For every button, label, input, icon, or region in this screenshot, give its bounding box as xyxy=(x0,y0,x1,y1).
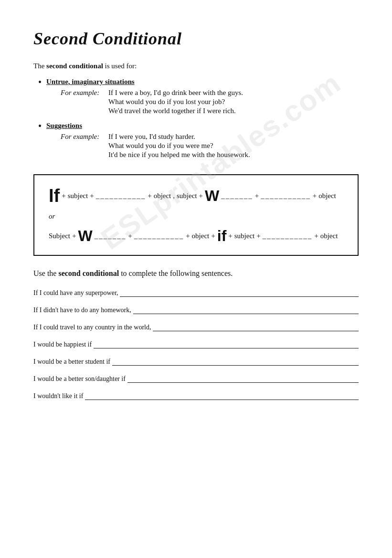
completion-header: Use the second conditional to complete t… xyxy=(33,269,359,278)
formula-r2-object1: object xyxy=(192,232,210,240)
sentence-text-7: I wouldn't like it if xyxy=(33,392,83,400)
formula-plus4: + xyxy=(199,192,203,200)
sentence-text-4: I would be happiest if xyxy=(33,341,92,348)
bullet-title-1: Untrue, imaginary situations xyxy=(46,78,243,86)
sentence-line-3 xyxy=(153,323,359,331)
page-title: Second Conditional xyxy=(33,29,359,49)
sentence-text-5: I would be a better student if xyxy=(33,358,110,366)
bullet-item-2: • Suggestions For example: If I were you… xyxy=(38,122,359,161)
formula-r2-plus4: + xyxy=(211,232,215,240)
formula-r2-object2: object xyxy=(320,232,338,240)
formula-comma: , xyxy=(173,192,175,200)
formula-plus3: + xyxy=(148,192,151,200)
completion-header-bold: second conditional xyxy=(58,269,119,277)
formula-object2: object xyxy=(318,192,336,200)
completion-header-before: Use the xyxy=(33,269,58,277)
formula-r2-blank3: ___________ xyxy=(263,232,313,240)
sentence-line-7 xyxy=(85,391,359,400)
formula-subject3: Subject xyxy=(49,232,70,240)
intro-after: is used for: xyxy=(103,62,137,70)
formula-box: If + subject + ___________ + object , su… xyxy=(33,174,359,256)
formula-plus6: + xyxy=(313,192,317,200)
example-lines-2: If I were you, I'd study harder. What wo… xyxy=(108,133,250,160)
formula-r2-plus3: + xyxy=(186,232,190,240)
formula-plus1: + xyxy=(62,192,65,200)
example-line-1-1: If I were a boy, I'd go drink beer with … xyxy=(108,89,243,97)
sentence-text-6: I would be a better son/daughter if xyxy=(33,375,126,383)
formula-blank3: ___________ xyxy=(261,192,311,200)
sentence-text-3: If I could travel to any country in the … xyxy=(33,324,151,331)
formula-r2-plus5: + xyxy=(228,232,232,240)
sentence-text-2: If I didn't have to do any homework, xyxy=(33,306,131,314)
sentence-item-5: I would be a better student if xyxy=(33,357,359,366)
sentence-item-7: I wouldn't like it if xyxy=(33,391,359,400)
examples-1: For example: If I were a boy, I'd go dri… xyxy=(61,89,243,116)
sentence-line-5 xyxy=(112,357,359,366)
formula-if-lower: if xyxy=(217,228,227,243)
formula-w2: W xyxy=(78,228,92,243)
example-line-2-1: If I were you, I'd study harder. xyxy=(108,133,250,141)
bullet-section: • Untrue, imaginary situations For examp… xyxy=(33,78,359,161)
sentence-item-4: I would be happiest if xyxy=(33,340,359,348)
formula-r2-plus7: + xyxy=(314,232,318,240)
formula-plus5: + xyxy=(255,192,259,200)
formula-plus2: + xyxy=(90,192,94,200)
formula-r2-plus2: + xyxy=(128,232,132,240)
completion-header-after: to complete the following sentences. xyxy=(119,269,233,277)
example-line-1-3: We'd travel the world together if I were… xyxy=(108,107,243,115)
bullet-dot-1: • xyxy=(38,77,42,88)
intro-bold: second conditional xyxy=(46,62,103,70)
example-lines-1: If I were a boy, I'd go drink beer with … xyxy=(108,89,243,116)
sentence-item-2: If I didn't have to do any homework, xyxy=(33,305,359,314)
example-line-1-2: What would you do if you lost your job? xyxy=(108,98,243,106)
formula-r2-subject2: subject xyxy=(234,232,255,240)
example-line-2-2: What would you do if you were me? xyxy=(108,142,250,150)
formula-r2-blank2: ___________ xyxy=(134,232,184,240)
formula-subject1: subject xyxy=(68,192,88,200)
formula-object1: object xyxy=(154,192,171,200)
bullet-dot-2: • xyxy=(38,121,42,132)
intro-before: The xyxy=(33,62,46,70)
bullet-item-1: • Untrue, imaginary situations For examp… xyxy=(38,78,359,117)
formula-row-2: Subject + W _______ + ___________ + obje… xyxy=(49,228,343,243)
formula-if-big: If xyxy=(49,187,60,205)
sentence-text-1: If I could have any superpower, xyxy=(33,289,118,297)
formula-blank1: ___________ xyxy=(96,192,146,200)
sentence-item-1: If I could have any superpower, xyxy=(33,288,359,297)
formula-subject2: subject xyxy=(177,192,197,200)
example-line-2-3: It'd be nice if you helped me with the h… xyxy=(108,151,250,159)
example-label-2: For example: xyxy=(61,133,108,160)
example-row-2: For example: If I were you, I'd study ha… xyxy=(61,133,250,160)
sentence-line-4 xyxy=(94,340,359,348)
completion-section: Use the second conditional to complete t… xyxy=(33,269,359,400)
formula-r2-blank1: _______ xyxy=(95,232,127,240)
examples-2: For example: If I were you, I'd study ha… xyxy=(61,133,250,160)
example-row-1: For example: If I were a boy, I'd go dri… xyxy=(61,89,243,116)
intro-text: The second conditional is used for: xyxy=(33,62,359,70)
sentence-line-1 xyxy=(120,288,359,297)
sentence-item-6: I would be a better son/daughter if xyxy=(33,374,359,383)
sentence-line-6 xyxy=(127,374,359,383)
bullet-title-2: Suggestions xyxy=(46,122,250,130)
formula-or: or xyxy=(49,212,343,221)
example-label-1: For example: xyxy=(61,89,108,116)
sentence-item-3: If I could travel to any country in the … xyxy=(33,323,359,331)
formula-w1: W xyxy=(205,188,219,203)
sentence-line-2 xyxy=(133,305,359,314)
formula-r2-plus1: + xyxy=(72,232,76,240)
formula-r2-plus6: + xyxy=(256,232,260,240)
formula-row-1: If + subject + ___________ + object , su… xyxy=(49,187,343,205)
formula-blank2: _______ xyxy=(221,192,253,200)
